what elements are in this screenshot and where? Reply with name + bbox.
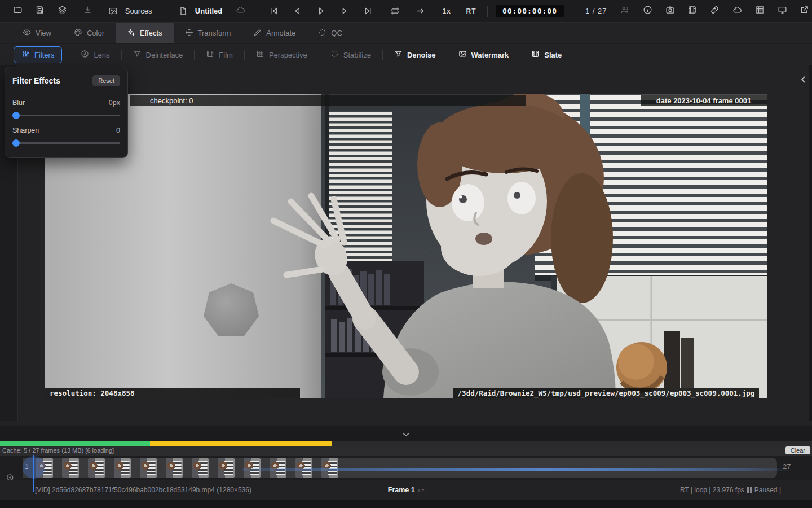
- layers-icon: [58, 5, 67, 17]
- popout-button[interactable]: [797, 4, 812, 19]
- stabilize-icon: [330, 50, 339, 60]
- effects-toolbar: Filters Lens Deinterlace Film Perspectiv…: [0, 44, 812, 66]
- goto-end-button[interactable]: [360, 4, 375, 19]
- realtime-button[interactable]: RT: [464, 4, 479, 19]
- bottom-edge: [0, 500, 812, 508]
- monitor-icon: [778, 5, 787, 17]
- aperture-icon: [81, 50, 89, 60]
- total-frames-label: 27: [783, 462, 791, 471]
- info-icon: [643, 5, 652, 17]
- cache-progress-bar: [0, 441, 812, 446]
- frame-label: Frame 1: [388, 486, 415, 494]
- frame-thumbnail: [166, 458, 183, 478]
- move-icon: [185, 28, 193, 38]
- tiles-button[interactable]: [752, 4, 767, 19]
- lens-button[interactable]: Lens: [69, 50, 121, 60]
- viewer-divider: [19, 421, 809, 421]
- status-bar: [VID] 2d56d82687b78171f50c496bab002bc18d…: [0, 480, 812, 500]
- frame-unit-label: F#: [418, 488, 425, 493]
- speed-label: 1x: [443, 7, 451, 15]
- tab-annotate-label: Annotate: [266, 29, 295, 37]
- sharpen-slider[interactable]: [12, 142, 120, 144]
- export-button[interactable]: [81, 4, 95, 19]
- film-button[interactable]: Film: [195, 50, 244, 60]
- filters-button[interactable]: Filters: [14, 46, 62, 63]
- tab-transform[interactable]: Transform: [174, 23, 242, 43]
- link-button[interactable]: [708, 4, 722, 19]
- blur-slider[interactable]: [12, 115, 120, 116]
- filmstrip-button[interactable]: [685, 4, 700, 19]
- timeline-collapse-bar[interactable]: [0, 426, 812, 441]
- perspective-button[interactable]: Perspective: [245, 50, 319, 60]
- save-button[interactable]: [33, 4, 47, 19]
- stabilize-button[interactable]: Stabilize: [319, 50, 382, 60]
- stabilize-label: Stabilize: [343, 51, 371, 59]
- video-scene: [45, 94, 767, 398]
- panel-title: Filter Effects: [12, 76, 60, 85]
- speed-button[interactable]: 1x: [439, 4, 454, 19]
- grid-icon: [256, 50, 264, 60]
- tab-qc[interactable]: QC: [307, 23, 354, 43]
- timecode-display: 00:00:00:00: [496, 5, 564, 17]
- divider: [487, 6, 488, 17]
- video-frame[interactable]: checkpoint: 0 date 2023-10-04 frame 0001…: [45, 94, 767, 398]
- cache-cached-segment: [0, 441, 150, 446]
- tab-effects[interactable]: Effects: [116, 23, 174, 43]
- sharpen-slider-thumb[interactable]: [12, 139, 20, 147]
- document-icon: [176, 4, 191, 19]
- blur-slider-thumb[interactable]: [12, 112, 20, 119]
- loop-button[interactable]: [388, 4, 403, 19]
- watermark-button[interactable]: Watermark: [447, 50, 520, 60]
- display-button[interactable]: [775, 4, 789, 19]
- layers-button[interactable]: [55, 4, 70, 19]
- overlay-resolution: resolution: 2048x858: [45, 388, 300, 398]
- filters-label: Filters: [34, 51, 54, 59]
- reset-button[interactable]: Reset: [92, 75, 120, 86]
- doc-title-label: Untitled: [195, 7, 222, 15]
- cloud-icon: [732, 5, 742, 17]
- snapshot-button[interactable]: [663, 4, 677, 19]
- pencil-icon: [253, 28, 262, 38]
- viewer-right-gutter: [809, 65, 812, 421]
- play-once-button[interactable]: [413, 4, 428, 19]
- sync-status-button[interactable]: [233, 4, 248, 19]
- sources-image-icon: [106, 4, 121, 19]
- top-toolbar: Sources Untitled 1x RT 00:00:00:00 1 / 2…: [0, 0, 812, 23]
- frame-thumbnail: [88, 458, 105, 478]
- panel-collapse-button[interactable]: [800, 76, 807, 85]
- step-forward-button[interactable]: [337, 4, 352, 19]
- cloud-services-button[interactable]: [730, 4, 745, 19]
- perspective-label: Perspective: [269, 51, 307, 59]
- playhead[interactable]: [33, 455, 34, 492]
- frame-counter: 1 / 27: [585, 7, 607, 15]
- info-button[interactable]: [640, 4, 655, 19]
- audio-waveform: [242, 468, 792, 471]
- timeline[interactable]: 1 27: [0, 456, 812, 480]
- open-folder-button[interactable]: [10, 4, 25, 19]
- film-icon: [206, 50, 214, 60]
- document-title[interactable]: Untitled: [176, 4, 222, 19]
- step-back-button[interactable]: [290, 4, 305, 19]
- overlay-checkpoint: checkpoint: 0: [130, 95, 526, 106]
- collaborate-button[interactable]: [617, 4, 632, 19]
- slate-button[interactable]: Slate: [520, 50, 573, 60]
- tab-color[interactable]: Color: [63, 23, 116, 43]
- sharpen-value: 0: [116, 126, 120, 134]
- deinterlace-button[interactable]: Deinterlace: [122, 50, 195, 60]
- film-icon: [687, 5, 697, 17]
- clear-cache-button[interactable]: Clear: [785, 446, 810, 454]
- goto-start-button[interactable]: [267, 4, 281, 19]
- sources-button[interactable]: Sources: [106, 4, 152, 19]
- play-button[interactable]: [314, 4, 328, 19]
- timeline-strip[interactable]: [23, 458, 777, 478]
- rt-label: RT: [466, 7, 476, 15]
- tab-annotate[interactable]: Annotate: [242, 23, 307, 43]
- timeline-thumbnails: [36, 458, 338, 478]
- tab-view[interactable]: View: [11, 23, 63, 43]
- sharpen-label: Sharpen: [12, 126, 39, 134]
- denoise-button[interactable]: Denoise: [383, 50, 447, 60]
- qc-circle-icon: [318, 28, 326, 38]
- film-icon: [531, 50, 540, 60]
- divider: [165, 6, 165, 17]
- lens-label: Lens: [94, 51, 109, 59]
